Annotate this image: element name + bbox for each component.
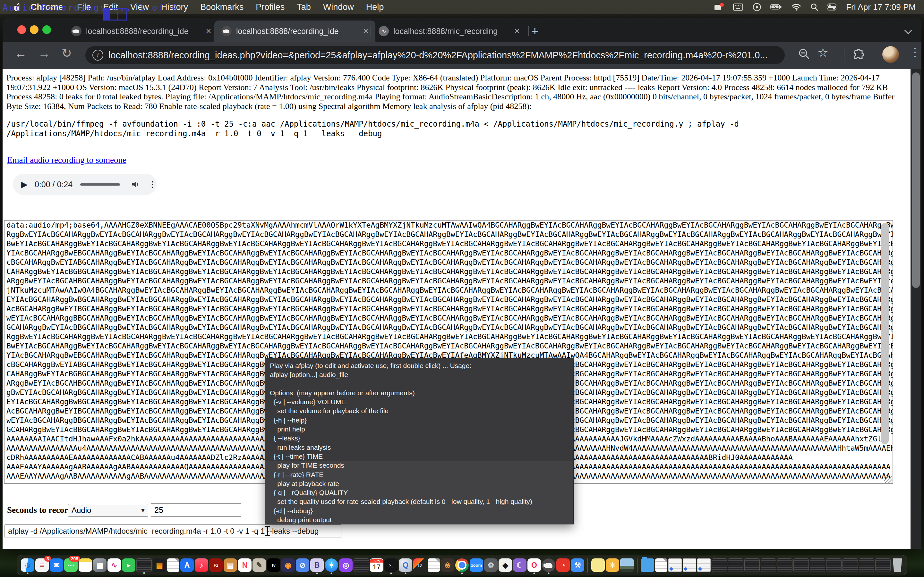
menu-item-profiles[interactable]: Profiles	[250, 2, 291, 12]
browser-tab-2[interactable]: localhost:8888/recording_ide×	[214, 21, 375, 42]
dock-item-minimized-terminal[interactable]	[712, 558, 727, 572]
tab-close-icon[interactable]: ×	[361, 26, 370, 36]
audio-player[interactable]: ▶ 0:00 / 0:24 ⋮	[13, 174, 157, 195]
dock-item-gimp[interactable]: ✎	[252, 558, 266, 572]
tab-close-icon[interactable]: ×	[513, 26, 522, 36]
seconds-input[interactable]	[151, 503, 241, 517]
dock-item-prohibited-app[interactable]: ⊘	[296, 558, 309, 572]
dock-item-bbedit[interactable]: B	[310, 558, 324, 572]
dock-item-stash-cat[interactable]: ☾	[513, 558, 527, 572]
dock-item-music[interactable]: ♪	[195, 558, 208, 572]
wifi-icon[interactable]	[792, 3, 801, 11]
dock-item-utilities-terminal[interactable]	[354, 558, 369, 572]
dock-item-libreoffice[interactable]	[167, 558, 179, 572]
dock-item-stickies[interactable]	[591, 558, 605, 572]
back-button[interactable]: ←	[14, 46, 27, 61]
dock-item-finder[interactable]: ☺	[21, 558, 34, 572]
battery-icon[interactable]	[771, 3, 782, 11]
dock-item-minimized-document[interactable]	[668, 558, 682, 572]
dock-item-minimized-document[interactable]	[683, 558, 696, 572]
page-scrollbar[interactable]	[911, 69, 921, 549]
dock-item-hints[interactable]: ☀	[606, 558, 619, 572]
dock-item-minimized-terminal[interactable]	[777, 558, 792, 572]
dock-item-news[interactable]: N	[238, 558, 252, 572]
dock-item-speed-dial[interactable]: ◔	[556, 558, 570, 572]
dock-item-minimized-terminal[interactable]	[810, 558, 825, 572]
play-button[interactable]: ▶	[21, 179, 27, 189]
dock-item-books[interactable]: ▤	[224, 558, 237, 572]
dock-item-mamp[interactable]	[542, 558, 556, 572]
dock-item-xcode[interactable]: ⚒	[571, 558, 584, 572]
menu-item-window[interactable]: Window	[317, 2, 360, 12]
dock-item-firefox[interactable]: ◉	[281, 558, 295, 572]
menu-item-bookmarks[interactable]: Bookmarks	[194, 2, 250, 12]
window-close-button[interactable]	[17, 25, 26, 34]
dock-item-intellij[interactable]: IJ	[413, 558, 427, 572]
dock-item-zoom[interactable]: zoom	[470, 558, 483, 572]
page-scrollbar-thumb[interactable]	[912, 73, 920, 288]
url-text[interactable]: localhost:8888/recording_ideas.php?video…	[108, 50, 768, 61]
volume-icon[interactable]	[131, 180, 141, 189]
dock-item-art-palette[interactable]: ❀	[441, 558, 454, 572]
extensions-puzzle-icon[interactable]	[851, 47, 866, 63]
menu-item-tab[interactable]: Tab	[291, 2, 317, 12]
dock-item-quicktime[interactable]: Q	[399, 558, 412, 572]
tab-search-chevron-icon[interactable]	[905, 27, 913, 33]
dock-item-iterm[interactable]	[136, 558, 152, 572]
dock-item-downloads-folder[interactable]	[641, 558, 654, 572]
search-icon[interactable]	[798, 47, 811, 61]
browser-tab-1[interactable]: localhost:8888/recording_ide×	[64, 21, 218, 42]
dock-item-inkscape[interactable]: ◆	[499, 558, 512, 572]
dock-item-calculator[interactable]: ▦	[153, 558, 166, 572]
spotlight-icon[interactable]	[810, 3, 819, 11]
dock-item-opera[interactable]: O	[527, 558, 541, 572]
dock-item-podcasts[interactable]: ◎	[339, 558, 352, 572]
dock-item-minimized-document[interactable]	[697, 558, 711, 572]
audio-menu-dots-icon[interactable]: ⋮	[148, 179, 157, 189]
dock-item-textedit[interactable]	[428, 558, 440, 572]
textarea-scrollbar-thumb[interactable]	[881, 223, 889, 444]
bookmark-star-icon[interactable]: ☆	[817, 45, 829, 60]
menu-item-help[interactable]: Help	[360, 2, 390, 12]
dock-item-minimized-terminal[interactable]	[728, 558, 743, 572]
profile-avatar[interactable]	[882, 46, 899, 63]
dock-item-minimized-terminal[interactable]	[875, 558, 891, 572]
window-minimize-button[interactable]	[30, 25, 39, 34]
textarea-resize-handle[interactable]	[884, 475, 892, 483]
reload-button[interactable]: ↻	[61, 46, 72, 60]
dock-item-reminders[interactable]: ≡3	[35, 558, 49, 572]
dock-item-minimized-terminal[interactable]	[793, 558, 809, 572]
screen-record-icon[interactable]	[714, 3, 724, 11]
site-info-icon[interactable]: i	[92, 50, 103, 61]
keyboard-icon[interactable]	[733, 3, 743, 11]
dock-item-terminal[interactable]: >_	[384, 558, 398, 572]
dock-item-calendar[interactable]: APR17	[370, 558, 383, 572]
dock-item-desktop-picture[interactable]	[620, 558, 634, 572]
dock-item-minimized-terminal[interactable]	[826, 558, 842, 572]
audio-progress-slider[interactable]	[80, 183, 120, 185]
tab-close-icon[interactable]: ×	[204, 26, 213, 36]
control-center-icon[interactable]	[827, 3, 837, 11]
dock-item-system-settings[interactable]: ⚙	[484, 558, 498, 572]
dock-item-freeform[interactable]: ∿	[107, 558, 121, 572]
play-circle-icon[interactable]	[752, 3, 761, 11]
dock-item-chrome[interactable]	[455, 558, 469, 572]
dock-item-filezilla[interactable]: Fz	[209, 558, 223, 572]
menubar-clock[interactable]: Fri Apr 17 7:09 PM	[846, 2, 916, 12]
browser-menu-dots-icon[interactable]: ⋮	[909, 45, 921, 59]
window-zoom-button[interactable]	[42, 25, 51, 34]
dock-item-minimized-terminal[interactable]	[744, 558, 760, 572]
dock-item-notes[interactable]	[79, 558, 92, 572]
dock-item-trash[interactable]	[892, 558, 903, 572]
dock-item-messages[interactable]: ⋯208	[64, 558, 78, 572]
dock-item-minimized-terminal[interactable]	[761, 558, 776, 572]
new-tab-button[interactable]: +	[531, 25, 538, 37]
dock-item-mail[interactable]: ✉	[50, 558, 63, 572]
email-recording-link[interactable]: Email audio recording to someone	[7, 155, 126, 165]
dock-item-launchpad[interactable]: ▦	[93, 558, 107, 572]
dock-item-apple-tv[interactable]: tv	[267, 558, 280, 572]
address-bar[interactable]: i localhost:8888/recording_ideas.php?vid…	[86, 46, 785, 64]
media-type-select[interactable]: Audio ▾	[68, 504, 148, 517]
dock-item-app-store[interactable]: A	[180, 558, 194, 572]
afplay-command-input[interactable]	[5, 524, 341, 538]
